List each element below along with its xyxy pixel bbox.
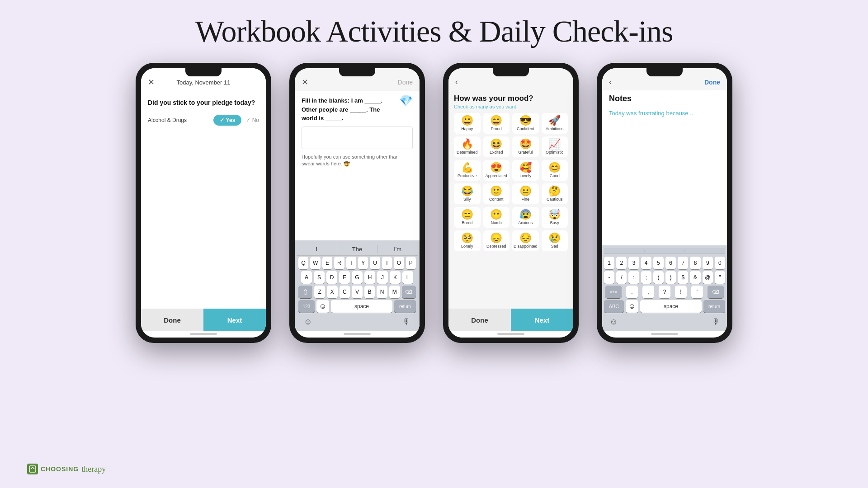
mood-fine[interactable]: 😐Fine [512, 183, 539, 204]
key-4[interactable]: 4 [641, 257, 651, 269]
mic-icon[interactable]: 🎙 [402, 317, 410, 327]
key-3[interactable]: 3 [628, 257, 639, 269]
mood-proud[interactable]: 😄Proud [483, 113, 510, 134]
key-q[interactable]: Q [298, 257, 308, 269]
key-s[interactable]: S [314, 271, 325, 284]
delete-key[interactable]: ⌫ [402, 286, 416, 298]
mood-cautious[interactable]: 🤔Cautious [542, 183, 568, 204]
key-b[interactable]: B [364, 286, 375, 298]
key-rparen[interactable]: ) [665, 271, 676, 284]
key-slash[interactable]: / [616, 271, 627, 284]
key-0[interactable]: 0 [715, 257, 725, 269]
back-arrow-icon[interactable]: ‹ [455, 77, 458, 87]
key-8[interactable]: 8 [690, 257, 700, 269]
return-key-4[interactable]: return [703, 300, 725, 313]
key-9[interactable]: 9 [703, 257, 713, 269]
key-f[interactable]: F [339, 271, 350, 284]
key-exclaim[interactable]: ! [675, 286, 687, 298]
emoji-key[interactable]: ☺ [316, 300, 329, 313]
mood-confident[interactable]: 😎Confident [512, 113, 539, 134]
key-semicolon[interactable]: ; [641, 271, 651, 284]
mood-anxious[interactable]: 😰Anxious [512, 207, 539, 228]
key-h[interactable]: H [364, 271, 375, 284]
key-minus[interactable]: - [604, 271, 614, 284]
key-e[interactable]: E [322, 257, 332, 269]
key-z[interactable]: Z [314, 286, 325, 298]
key-j[interactable]: J [377, 271, 388, 284]
close-icon-2[interactable]: ✕ [302, 77, 308, 87]
mood-happy[interactable]: 😀Happy [454, 113, 481, 134]
key-x[interactable]: X [327, 286, 338, 298]
mood-busy[interactable]: 🤯Busy [542, 207, 568, 228]
mood-bored[interactable]: 😑Bored [454, 207, 481, 228]
delete-key-4[interactable]: ⌫ [708, 286, 724, 298]
key-p[interactable]: P [406, 257, 416, 269]
key-k[interactable]: K [390, 271, 401, 284]
special-key[interactable]: #+= [605, 286, 622, 298]
emoji-bottom-icon-4[interactable]: ☺ [609, 317, 618, 327]
mic-icon-4[interactable]: 🎙 [712, 317, 720, 327]
key-l[interactable]: L [402, 271, 413, 284]
key-m[interactable]: M [389, 286, 400, 298]
key-colon[interactable]: : [628, 271, 639, 284]
mood-good[interactable]: 😊Good [542, 160, 568, 181]
key-comma[interactable]: , [642, 286, 654, 298]
key-w[interactable]: W [310, 257, 320, 269]
word-sug-4-3[interactable] [685, 250, 725, 252]
mood-ambitious[interactable]: 🚀Ambitious [542, 113, 568, 134]
mood-numb[interactable]: 😶Numb [483, 207, 510, 228]
done-link-2[interactable]: Done [398, 79, 413, 86]
back-arrow-icon-4[interactable]: ‹ [609, 77, 612, 87]
yes-button[interactable]: ✓ Yes [213, 115, 242, 126]
nums-key[interactable]: 123 [298, 300, 315, 313]
key-n[interactable]: N [377, 286, 387, 298]
mood-disappointed[interactable]: 😔Disappointed [512, 230, 539, 251]
word-sug-3[interactable]: I'm [377, 245, 418, 253]
done-button[interactable]: Done [141, 309, 203, 331]
key-t[interactable]: T [346, 257, 356, 269]
key-r[interactable]: R [334, 257, 344, 269]
close-icon[interactable]: ✕ [148, 77, 155, 87]
key-7[interactable]: 7 [678, 257, 688, 269]
key-a[interactable]: A [301, 271, 312, 284]
key-period[interactable]: . [626, 286, 638, 298]
done-button-3[interactable]: Done [448, 309, 511, 331]
key-o[interactable]: O [394, 257, 404, 269]
notes-area[interactable]: Today was frustrating because... [602, 105, 727, 245]
mood-lonely[interactable]: 🥺Lonely [454, 230, 481, 251]
next-button[interactable]: Next [203, 309, 266, 331]
word-sug-4-2[interactable] [645, 250, 685, 252]
mood-lovely[interactable]: 🥰Lovely [512, 160, 539, 181]
key-6[interactable]: 6 [665, 257, 676, 269]
key-g[interactable]: G [352, 271, 363, 284]
return-key[interactable]: return [394, 300, 416, 313]
mood-sad[interactable]: 😢Sad [542, 230, 568, 251]
key-1[interactable]: 1 [604, 257, 614, 269]
space-key[interactable]: space [331, 300, 392, 313]
key-d[interactable]: D [326, 271, 337, 284]
emoji-key-4[interactable]: ☺ [626, 300, 638, 313]
space-key-4[interactable]: space [640, 300, 702, 313]
key-2[interactable]: 2 [616, 257, 627, 269]
mood-productive[interactable]: 💪Productive [454, 160, 481, 181]
abc-key[interactable]: ABC [604, 300, 624, 313]
done-link-4[interactable]: Done [704, 79, 720, 86]
no-button[interactable]: ✓ No [246, 117, 259, 123]
fill-blank-input[interactable] [302, 127, 413, 149]
key-lparen[interactable]: ( [653, 271, 664, 284]
mood-grateful[interactable]: 🤩Grateful [512, 136, 539, 157]
key-apostrophe[interactable]: ' [691, 286, 703, 298]
shift-key[interactable]: ⇧ [298, 286, 312, 298]
key-u[interactable]: U [370, 257, 380, 269]
mood-optimistic[interactable]: 📈Optimistic [542, 136, 568, 157]
key-at[interactable]: @ [703, 271, 713, 284]
word-sug-4-1[interactable] [604, 250, 645, 252]
key-y[interactable]: Y [358, 257, 368, 269]
next-button-3[interactable]: Next [511, 309, 573, 331]
mood-content[interactable]: 🙂Content [483, 183, 510, 204]
key-amp[interactable]: & [690, 271, 700, 284]
key-v[interactable]: V [352, 286, 363, 298]
key-qmark[interactable]: ? [659, 286, 670, 298]
key-dollar[interactable]: $ [678, 271, 688, 284]
key-i[interactable]: I [382, 257, 392, 269]
